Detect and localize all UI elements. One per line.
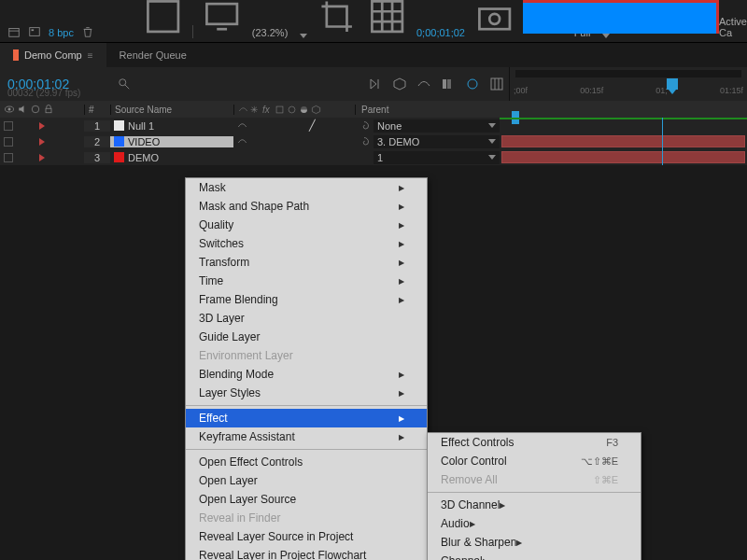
grid-icon[interactable]	[367, 0, 407, 38]
parent-dropdown[interactable]: None	[374, 119, 500, 133]
layer-row[interactable]: 3 DEMO 1	[0, 149, 747, 165]
fx-label: fx	[262, 105, 273, 115]
expand-icon[interactable]	[39, 138, 45, 146]
menu-item-transform[interactable]: Transform	[186, 253, 427, 272]
layer-color[interactable]	[114, 120, 124, 131]
submenu-item-channel[interactable]: Channel	[428, 552, 641, 560]
new-comp-icon[interactable]	[28, 25, 41, 38]
visibility-toggle[interactable]	[4, 121, 13, 131]
svg-rect-2	[32, 29, 35, 31]
work-area-bar[interactable]	[515, 70, 741, 77]
bpc-toggle[interactable]: 8 bpc	[49, 27, 74, 38]
chevron-down-icon[interactable]	[300, 34, 307, 38]
menu-item-blending-mode[interactable]: Blending Mode	[186, 365, 427, 384]
solo-column-icon[interactable]	[30, 104, 41, 115]
menu-separator	[428, 492, 641, 493]
frame-blend-icon[interactable]	[441, 77, 456, 91]
menu-item-switches[interactable]: Switches	[186, 234, 427, 253]
search-icon[interactable]	[118, 77, 131, 91]
comp-mini-flowchart-icon[interactable]	[368, 77, 383, 91]
pickwhip-icon[interactable]	[359, 120, 370, 132]
layer-name-cell[interactable]: DEMO	[110, 152, 233, 163]
expand-icon[interactable]	[39, 122, 45, 130]
monitor-icon[interactable]	[202, 0, 242, 38]
motion-blur-icon[interactable]	[465, 77, 480, 91]
draft3d-icon[interactable]	[392, 77, 407, 91]
layer-row[interactable]: 2 VIDEO 3. DEMO	[0, 133, 747, 149]
col-number[interactable]: #	[84, 105, 110, 115]
menu-item-layer-styles[interactable]: Layer Styles	[186, 384, 427, 402]
submenu-item-blur-sharpen[interactable]: Blur & Sharpen	[428, 533, 641, 552]
svg-point-19	[32, 105, 39, 113]
layer-list: 1 Null 1 ╱ None 2 VIDEO	[0, 118, 747, 165]
parent-dropdown[interactable]: 1	[374, 151, 500, 164]
layer-row[interactable]: 1 Null 1 ╱ None	[0, 118, 747, 133]
audio-column-icon[interactable]	[17, 104, 28, 115]
tab-demo-comp[interactable]: Demo Comp ≡	[0, 43, 106, 67]
preview-timecode[interactable]: 0;00;01;02	[416, 27, 465, 38]
menu-item-effect[interactable]: Effect	[186, 409, 427, 427]
menu-item-quality[interactable]: Quality	[186, 216, 427, 234]
shy-icon[interactable]	[416, 77, 431, 91]
svg-rect-5	[479, 8, 509, 29]
layer-name-cell[interactable]: VIDEO	[110, 136, 233, 147]
chevron-down-icon[interactable]	[602, 34, 610, 38]
menu-separator	[186, 405, 427, 406]
eye-column-icon[interactable]	[4, 104, 15, 115]
svg-point-12	[120, 79, 126, 86]
visibility-toggle[interactable]	[4, 137, 13, 147]
timeline-tabs: Demo Comp ≡ Render Queue	[0, 43, 747, 67]
submenu-label: Color Control	[441, 455, 507, 468]
menu-item-3d-layer[interactable]: 3D Layer	[186, 309, 427, 328]
menu-item-open-effect-controls[interactable]: Open Effect Controls	[186, 453, 427, 471]
graph-editor-icon[interactable]	[489, 77, 504, 91]
zoom-level[interactable]: (23.2%)	[252, 27, 289, 38]
svg-rect-4	[207, 4, 237, 24]
submenu-item-3d-channel[interactable]: 3D Channel	[428, 496, 641, 514]
playhead[interactable]	[667, 78, 678, 90]
active-camera[interactable]: Active Ca	[719, 16, 747, 38]
parent-value: None	[377, 120, 402, 132]
expand-icon[interactable]	[39, 154, 45, 161]
tab-menu-icon[interactable]: ≡	[88, 50, 93, 61]
visibility-toggle[interactable]	[4, 153, 13, 162]
shy-switch[interactable]	[237, 136, 247, 147]
bin-icon[interactable]	[7, 25, 21, 38]
menu-item-frame-blending[interactable]: Frame Blending	[186, 290, 427, 309]
chevron-down-icon	[488, 155, 496, 160]
menu-item-open-layer-source[interactable]: Open Layer Source	[186, 490, 427, 509]
col-parent[interactable]: Parent	[355, 105, 500, 115]
snapshot-icon[interactable]	[474, 0, 514, 38]
3d-switch-icon	[311, 105, 321, 115]
layer-bar[interactable]	[501, 151, 745, 163]
parent-dropdown[interactable]: 3. DEMO	[374, 135, 500, 148]
submenu-item-effect-controls[interactable]: Effect ControlsF3	[428, 433, 641, 452]
crop-icon[interactable]	[317, 0, 357, 38]
lock-column-icon[interactable]	[43, 104, 54, 115]
pickwhip-icon[interactable]	[359, 136, 370, 147]
layer-color[interactable]	[114, 136, 124, 147]
menu-item-open-layer[interactable]: Open Layer	[186, 471, 427, 490]
tab-render-queue[interactable]: Render Queue	[106, 43, 200, 67]
menu-item-guide-layer[interactable]: Guide Layer	[186, 328, 427, 346]
menu-item-mask[interactable]: Mask	[186, 178, 427, 197]
col-source-name[interactable]: Source Name	[110, 105, 233, 115]
submenu-item-audio[interactable]: Audio	[428, 514, 641, 533]
layer-name-cell[interactable]: Null 1	[110, 120, 233, 132]
mask-toggle-icon[interactable]	[143, 0, 183, 38]
menu-item-time[interactable]: Time	[186, 272, 427, 290]
parent-value: 3. DEMO	[377, 136, 419, 147]
playhead-line	[662, 133, 663, 149]
trash-icon[interactable]	[81, 25, 94, 38]
menu-item-reveal-layer-source-in-project[interactable]: Reveal Layer Source in Project	[186, 527, 427, 546]
menu-item-mask-and-shape-path[interactable]: Mask and Shape Path	[186, 197, 427, 216]
ruler-tick: 01:15f	[720, 86, 743, 95]
submenu-item-color-control[interactable]: Color Control⌥⇧⌘E	[428, 452, 641, 470]
layer-color[interactable]	[114, 152, 124, 162]
shy-switch[interactable]	[237, 120, 247, 131]
time-ruler[interactable]: ;00f 00:15f 01; 01:15f	[509, 67, 747, 101]
menu-item-reveal-layer-in-project-flowchart[interactable]: Reveal Layer in Project Flowchart	[186, 546, 427, 560]
menu-item-keyframe-assistant[interactable]: Keyframe Assistant	[186, 427, 427, 446]
switch-slash[interactable]: ╱	[309, 119, 316, 132]
layer-bar[interactable]	[501, 135, 745, 147]
